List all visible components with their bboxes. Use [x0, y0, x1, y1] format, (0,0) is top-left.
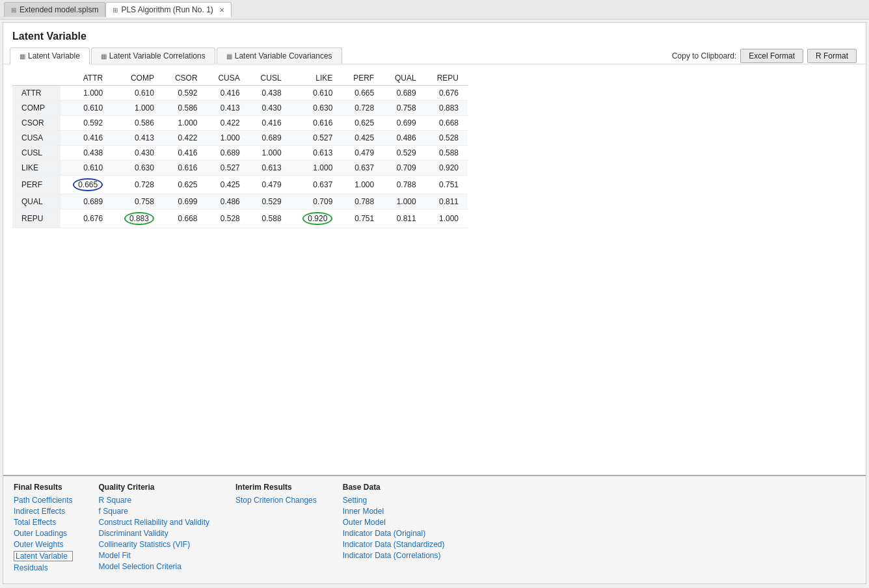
- cell-qual-col1: 0.758: [112, 194, 163, 209]
- cell-cusl-col7: 0.529: [383, 146, 425, 161]
- nav-link-collinearity-vif[interactable]: Collinearity Statistics (VIF): [99, 540, 210, 549]
- sub-tab-icon-lv: ▦: [20, 53, 25, 60]
- nav-group-title-final-results: Final Results: [14, 483, 73, 492]
- cell-repu-col2: 0.668: [163, 209, 207, 228]
- nav-link-stop-criterion[interactable]: Stop Criterion Changes: [235, 496, 317, 505]
- cell-csor-col1: 0.586: [112, 116, 163, 131]
- cell-repu-col3: 0.528: [207, 209, 249, 228]
- cell-like-col7: 0.709: [383, 161, 425, 176]
- cell-attr-col7: 0.689: [383, 86, 425, 101]
- row-label-like: LIKE: [12, 161, 60, 176]
- nav-link-outer-weights[interactable]: Outer Weights: [14, 540, 73, 549]
- table-row: ATTR1.0000.6100.5920.4160.4380.6100.6650…: [12, 86, 468, 101]
- cell-perf-col0: 0.665: [60, 176, 112, 194]
- row-label-qual: QUAL: [12, 194, 60, 209]
- table-header-row: ATTR COMP CSOR CUSA CUSL LIKE PERF QUAL …: [12, 71, 468, 86]
- nav-link-r-square[interactable]: R Square: [99, 496, 210, 505]
- tab-pls-algorithm[interactable]: ⊞ PLS Algorithm (Run No. 1) ✕: [105, 2, 231, 18]
- cell-attr-col3: 0.416: [207, 86, 249, 101]
- bottom-nav: Final Results Path Coefficients Indirect…: [3, 475, 866, 583]
- nav-link-inner-model[interactable]: Inner Model: [343, 507, 445, 516]
- nav-link-setting[interactable]: Setting: [343, 496, 445, 505]
- nav-group-title-base-data: Base Data: [343, 483, 445, 492]
- cell-cusa-col3: 1.000: [207, 131, 249, 146]
- table-row: CSOR0.5920.5861.0000.4220.4160.6160.6250…: [12, 116, 468, 131]
- excel-format-button[interactable]: Excel Format: [740, 49, 803, 63]
- nav-link-model-fit[interactable]: Model Fit: [99, 551, 210, 560]
- cell-attr-col0: 1.000: [60, 86, 112, 101]
- cell-attr-col2: 0.592: [163, 86, 207, 101]
- cell-cusl-col2: 0.416: [163, 146, 207, 161]
- cell-comp-col2: 0.586: [163, 101, 207, 116]
- nav-group-title-quality-criteria: Quality Criteria: [99, 483, 210, 492]
- col-header-qual: QUAL: [383, 71, 425, 86]
- nav-link-path-coefficients[interactable]: Path Coefficients: [14, 496, 73, 505]
- nav-link-outer-model[interactable]: Outer Model: [343, 518, 445, 527]
- cell-comp-col7: 0.758: [383, 101, 425, 116]
- col-header-attr: ATTR: [60, 71, 112, 86]
- tab-label-pls: PLS Algorithm (Run No. 1): [121, 5, 213, 14]
- nav-link-indicator-data-correlations[interactable]: Indicator Data (Correlations): [343, 551, 445, 560]
- cell-qual-col2: 0.699: [163, 194, 207, 209]
- nav-link-total-effects[interactable]: Total Effects: [14, 518, 73, 527]
- cell-perf-col4: 0.479: [249, 176, 291, 194]
- col-header-like: LIKE: [291, 71, 342, 86]
- tab-icon-pls: ⊞: [113, 7, 118, 14]
- sub-tab-icon-lvc: ▦: [101, 53, 107, 60]
- cell-cusa-col4: 0.689: [249, 131, 291, 146]
- cell-repu-col8: 1.000: [425, 209, 468, 228]
- cell-like-col3: 0.527: [207, 161, 249, 176]
- nav-link-model-selection[interactable]: Model Selection Criteria: [99, 562, 210, 571]
- nav-link-f-square[interactable]: f Square: [99, 507, 210, 516]
- nav-link-residuals[interactable]: Residuals: [14, 563, 73, 572]
- nav-link-indicator-data-standardized[interactable]: Indicator Data (Standardized): [343, 540, 445, 549]
- table-row: QUAL0.6890.7580.6990.4860.5290.7090.7881…: [12, 194, 468, 209]
- cell-like-col6: 0.637: [341, 161, 383, 176]
- cell-perf-col6: 1.000: [341, 176, 383, 194]
- cell-csor-col8: 0.668: [425, 116, 468, 131]
- cell-perf-col3: 0.425: [207, 176, 249, 194]
- table-area: ATTR COMP CSOR CUSA CUSL LIKE PERF QUAL …: [3, 64, 866, 475]
- cell-perf-col7: 0.788: [383, 176, 425, 194]
- sub-tab-latent-variable-correlations[interactable]: ▦ Latent Variable Correlations: [91, 47, 215, 64]
- sub-tab-latent-variable-covariances[interactable]: ▦ Latent Variable Covariances: [217, 47, 342, 64]
- table-row: REPU0.6760.8830.6680.5280.5880.9200.7510…: [12, 209, 468, 228]
- cell-qual-col0: 0.689: [60, 194, 112, 209]
- cell-repu-col6: 0.751: [341, 209, 383, 228]
- cell-cusa-col7: 0.486: [383, 131, 425, 146]
- cell-repu-col7: 0.811: [383, 209, 425, 228]
- tab-close-icon[interactable]: ✕: [219, 7, 224, 14]
- nav-group-quality-criteria: Quality Criteria R Square f Square Const…: [99, 483, 210, 574]
- nav-link-outer-loadings[interactable]: Outer Loadings: [14, 529, 73, 538]
- r-format-button[interactable]: R Format: [807, 49, 857, 63]
- nav-group-base-data: Base Data Setting Inner Model Outer Mode…: [343, 483, 445, 574]
- nav-link-construct-reliability[interactable]: Construct Reliability and Validity: [99, 518, 210, 527]
- cell-perf-col2: 0.625: [163, 176, 207, 194]
- toolbar-right: Copy to Clipboard: Excel Format R Format: [672, 49, 859, 63]
- cell-attr-col5: 0.610: [291, 86, 342, 101]
- cell-comp-col4: 0.430: [249, 101, 291, 116]
- sub-tab-latent-variable[interactable]: ▦ Latent Variable: [10, 47, 90, 64]
- cell-cusa-col8: 0.528: [425, 131, 468, 146]
- tab-icon-extended: ⊞: [11, 7, 16, 14]
- copy-to-clipboard-label: Copy to Clipboard:: [672, 51, 736, 60]
- cell-repu-col5: 0.920: [291, 209, 342, 228]
- sub-tab-icon-lvco: ▦: [226, 53, 232, 60]
- tab-extended-model[interactable]: ⊞ Extended model.splsm: [4, 2, 105, 17]
- sub-tab-bar: ▦ Latent Variable ▦ Latent Variable Corr…: [3, 47, 866, 64]
- nav-link-indicator-data-original[interactable]: Indicator Data (Original): [343, 529, 445, 538]
- nav-link-indirect-effects[interactable]: Indirect Effects: [14, 507, 73, 516]
- nav-link-discriminant-validity[interactable]: Discriminant Validity: [99, 529, 210, 538]
- cell-qual-col4: 0.529: [249, 194, 291, 209]
- cell-comp-col6: 0.728: [341, 101, 383, 116]
- cell-csor-col6: 0.625: [341, 116, 383, 131]
- row-label-cusa: CUSA: [12, 131, 60, 146]
- nav-link-latent-variable[interactable]: Latent Variable: [14, 551, 73, 561]
- main-area: Latent Variable ▦ Latent Variable ▦ Late…: [3, 22, 866, 584]
- cell-comp-col1: 1.000: [112, 101, 163, 116]
- table-row: PERF0.6650.7280.6250.4250.4790.6371.0000…: [12, 176, 468, 194]
- row-label-attr: ATTR: [12, 86, 60, 101]
- latent-variable-table: ATTR COMP CSOR CUSA CUSL LIKE PERF QUAL …: [12, 71, 468, 228]
- table-row: LIKE0.6100.6300.6160.5270.6131.0000.6370…: [12, 161, 468, 176]
- cell-comp-col8: 0.883: [425, 101, 468, 116]
